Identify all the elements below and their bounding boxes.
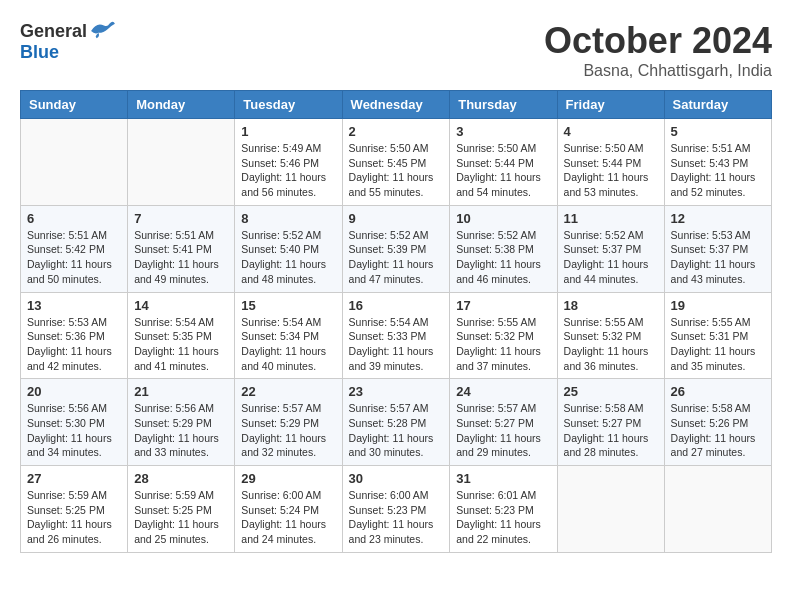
column-header-saturday: Saturday <box>664 91 771 119</box>
month-title: October 2024 <box>544 20 772 62</box>
day-number: 29 <box>241 471 335 486</box>
page-header: General Blue October 2024 Basna, Chhatti… <box>20 20 772 80</box>
day-info: Sunrise: 5:55 AM Sunset: 5:32 PM Dayligh… <box>564 315 658 374</box>
calendar-cell: 27Sunrise: 5:59 AM Sunset: 5:25 PM Dayli… <box>21 466 128 553</box>
calendar-cell: 25Sunrise: 5:58 AM Sunset: 5:27 PM Dayli… <box>557 379 664 466</box>
day-number: 12 <box>671 211 765 226</box>
calendar-cell: 5Sunrise: 5:51 AM Sunset: 5:43 PM Daylig… <box>664 119 771 206</box>
week-row-4: 20Sunrise: 5:56 AM Sunset: 5:30 PM Dayli… <box>21 379 772 466</box>
logo: General Blue <box>20 20 117 63</box>
day-number: 17 <box>456 298 550 313</box>
day-info: Sunrise: 5:50 AM Sunset: 5:45 PM Dayligh… <box>349 141 444 200</box>
column-header-thursday: Thursday <box>450 91 557 119</box>
day-info: Sunrise: 5:57 AM Sunset: 5:29 PM Dayligh… <box>241 401 335 460</box>
day-info: Sunrise: 6:00 AM Sunset: 5:23 PM Dayligh… <box>349 488 444 547</box>
day-info: Sunrise: 5:56 AM Sunset: 5:29 PM Dayligh… <box>134 401 228 460</box>
day-info: Sunrise: 5:53 AM Sunset: 5:36 PM Dayligh… <box>27 315 121 374</box>
calendar-cell: 9Sunrise: 5:52 AM Sunset: 5:39 PM Daylig… <box>342 205 450 292</box>
calendar-table: SundayMondayTuesdayWednesdayThursdayFrid… <box>20 90 772 553</box>
calendar-cell: 20Sunrise: 5:56 AM Sunset: 5:30 PM Dayli… <box>21 379 128 466</box>
day-info: Sunrise: 5:54 AM Sunset: 5:33 PM Dayligh… <box>349 315 444 374</box>
logo-blue-text: Blue <box>20 42 59 63</box>
day-number: 26 <box>671 384 765 399</box>
day-info: Sunrise: 5:51 AM Sunset: 5:42 PM Dayligh… <box>27 228 121 287</box>
week-row-3: 13Sunrise: 5:53 AM Sunset: 5:36 PM Dayli… <box>21 292 772 379</box>
day-info: Sunrise: 5:53 AM Sunset: 5:37 PM Dayligh… <box>671 228 765 287</box>
calendar-cell: 8Sunrise: 5:52 AM Sunset: 5:40 PM Daylig… <box>235 205 342 292</box>
calendar-cell: 2Sunrise: 5:50 AM Sunset: 5:45 PM Daylig… <box>342 119 450 206</box>
day-info: Sunrise: 5:52 AM Sunset: 5:37 PM Dayligh… <box>564 228 658 287</box>
calendar-cell: 13Sunrise: 5:53 AM Sunset: 5:36 PM Dayli… <box>21 292 128 379</box>
calendar-cell: 29Sunrise: 6:00 AM Sunset: 5:24 PM Dayli… <box>235 466 342 553</box>
calendar-cell: 31Sunrise: 6:01 AM Sunset: 5:23 PM Dayli… <box>450 466 557 553</box>
day-info: Sunrise: 5:52 AM Sunset: 5:38 PM Dayligh… <box>456 228 550 287</box>
calendar-cell: 30Sunrise: 6:00 AM Sunset: 5:23 PM Dayli… <box>342 466 450 553</box>
column-header-wednesday: Wednesday <box>342 91 450 119</box>
column-header-sunday: Sunday <box>21 91 128 119</box>
day-info: Sunrise: 5:57 AM Sunset: 5:28 PM Dayligh… <box>349 401 444 460</box>
day-number: 14 <box>134 298 228 313</box>
day-number: 15 <box>241 298 335 313</box>
week-row-2: 6Sunrise: 5:51 AM Sunset: 5:42 PM Daylig… <box>21 205 772 292</box>
week-row-1: 1Sunrise: 5:49 AM Sunset: 5:46 PM Daylig… <box>21 119 772 206</box>
day-info: Sunrise: 5:56 AM Sunset: 5:30 PM Dayligh… <box>27 401 121 460</box>
day-number: 9 <box>349 211 444 226</box>
column-header-monday: Monday <box>128 91 235 119</box>
day-info: Sunrise: 5:50 AM Sunset: 5:44 PM Dayligh… <box>456 141 550 200</box>
day-info: Sunrise: 5:54 AM Sunset: 5:34 PM Dayligh… <box>241 315 335 374</box>
day-info: Sunrise: 5:55 AM Sunset: 5:31 PM Dayligh… <box>671 315 765 374</box>
calendar-header-row: SundayMondayTuesdayWednesdayThursdayFrid… <box>21 91 772 119</box>
day-number: 20 <box>27 384 121 399</box>
location: Basna, Chhattisgarh, India <box>544 62 772 80</box>
day-info: Sunrise: 6:01 AM Sunset: 5:23 PM Dayligh… <box>456 488 550 547</box>
day-info: Sunrise: 5:59 AM Sunset: 5:25 PM Dayligh… <box>134 488 228 547</box>
day-info: Sunrise: 5:54 AM Sunset: 5:35 PM Dayligh… <box>134 315 228 374</box>
day-number: 25 <box>564 384 658 399</box>
day-info: Sunrise: 5:58 AM Sunset: 5:26 PM Dayligh… <box>671 401 765 460</box>
calendar-cell: 15Sunrise: 5:54 AM Sunset: 5:34 PM Dayli… <box>235 292 342 379</box>
day-number: 16 <box>349 298 444 313</box>
calendar-cell: 18Sunrise: 5:55 AM Sunset: 5:32 PM Dayli… <box>557 292 664 379</box>
day-info: Sunrise: 5:52 AM Sunset: 5:40 PM Dayligh… <box>241 228 335 287</box>
day-info: Sunrise: 5:58 AM Sunset: 5:27 PM Dayligh… <box>564 401 658 460</box>
day-number: 27 <box>27 471 121 486</box>
title-section: October 2024 Basna, Chhattisgarh, India <box>544 20 772 80</box>
calendar-cell: 3Sunrise: 5:50 AM Sunset: 5:44 PM Daylig… <box>450 119 557 206</box>
calendar-cell: 11Sunrise: 5:52 AM Sunset: 5:37 PM Dayli… <box>557 205 664 292</box>
day-number: 8 <box>241 211 335 226</box>
day-info: Sunrise: 5:51 AM Sunset: 5:41 PM Dayligh… <box>134 228 228 287</box>
calendar-cell: 28Sunrise: 5:59 AM Sunset: 5:25 PM Dayli… <box>128 466 235 553</box>
calendar-cell <box>128 119 235 206</box>
calendar-cell: 21Sunrise: 5:56 AM Sunset: 5:29 PM Dayli… <box>128 379 235 466</box>
calendar-cell: 7Sunrise: 5:51 AM Sunset: 5:41 PM Daylig… <box>128 205 235 292</box>
day-number: 22 <box>241 384 335 399</box>
calendar-cell <box>664 466 771 553</box>
day-number: 23 <box>349 384 444 399</box>
day-number: 28 <box>134 471 228 486</box>
column-header-tuesday: Tuesday <box>235 91 342 119</box>
calendar-cell: 16Sunrise: 5:54 AM Sunset: 5:33 PM Dayli… <box>342 292 450 379</box>
day-number: 18 <box>564 298 658 313</box>
calendar-cell <box>21 119 128 206</box>
day-number: 30 <box>349 471 444 486</box>
day-number: 11 <box>564 211 658 226</box>
calendar-cell: 22Sunrise: 5:57 AM Sunset: 5:29 PM Dayli… <box>235 379 342 466</box>
day-number: 21 <box>134 384 228 399</box>
day-number: 6 <box>27 211 121 226</box>
day-info: Sunrise: 5:59 AM Sunset: 5:25 PM Dayligh… <box>27 488 121 547</box>
day-number: 3 <box>456 124 550 139</box>
calendar-cell <box>557 466 664 553</box>
calendar-cell: 26Sunrise: 5:58 AM Sunset: 5:26 PM Dayli… <box>664 379 771 466</box>
day-number: 13 <box>27 298 121 313</box>
day-info: Sunrise: 5:57 AM Sunset: 5:27 PM Dayligh… <box>456 401 550 460</box>
calendar-cell: 24Sunrise: 5:57 AM Sunset: 5:27 PM Dayli… <box>450 379 557 466</box>
calendar-cell: 19Sunrise: 5:55 AM Sunset: 5:31 PM Dayli… <box>664 292 771 379</box>
day-info: Sunrise: 5:55 AM Sunset: 5:32 PM Dayligh… <box>456 315 550 374</box>
logo-general-text: General <box>20 21 87 42</box>
calendar-cell: 4Sunrise: 5:50 AM Sunset: 5:44 PM Daylig… <box>557 119 664 206</box>
day-number: 19 <box>671 298 765 313</box>
calendar-cell: 23Sunrise: 5:57 AM Sunset: 5:28 PM Dayli… <box>342 379 450 466</box>
calendar-cell: 17Sunrise: 5:55 AM Sunset: 5:32 PM Dayli… <box>450 292 557 379</box>
day-info: Sunrise: 5:51 AM Sunset: 5:43 PM Dayligh… <box>671 141 765 200</box>
calendar-cell: 14Sunrise: 5:54 AM Sunset: 5:35 PM Dayli… <box>128 292 235 379</box>
